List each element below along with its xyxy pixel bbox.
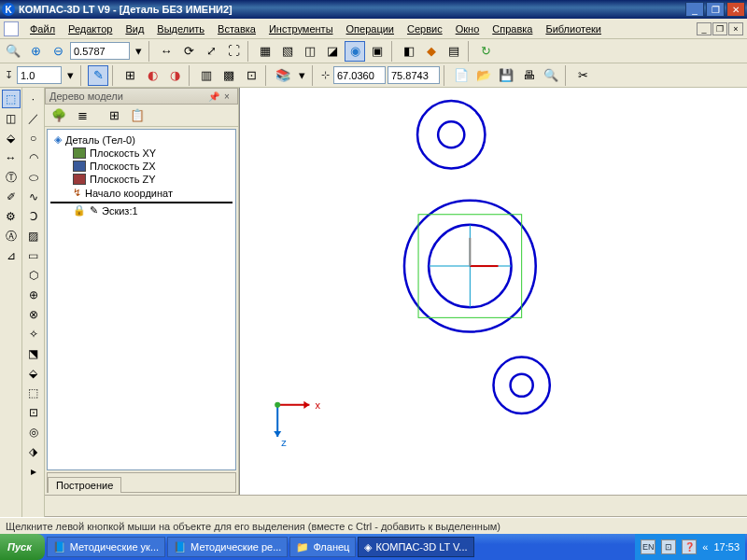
line-icon[interactable]: ／ [24, 109, 43, 128]
perspective-icon[interactable]: ▣ [367, 41, 388, 62]
tree-plane-xy[interactable]: Плоскость XY [50, 147, 233, 160]
zoom-out-icon[interactable]: ⊖ [48, 41, 68, 62]
scale-dropdown-icon[interactable]: ▾ [132, 41, 145, 62]
snap-round-icon[interactable]: ◐ [142, 65, 162, 86]
tool-b13-icon[interactable]: ✧ [24, 325, 43, 343]
mode-c-icon[interactable]: ⊡ [241, 65, 261, 86]
tree-root[interactable]: ◈ Деталь (Тел-0) [50, 133, 233, 147]
tree-btn1-icon[interactable]: 🌳 [49, 105, 69, 126]
zoom-input[interactable] [17, 66, 62, 84]
tray-icon-2[interactable]: ❓ [682, 539, 697, 554]
menu-select[interactable]: Выделить [151, 21, 210, 36]
tool-b18-icon[interactable]: ◎ [24, 423, 43, 441]
tree-btn3-icon[interactable]: ⊞ [104, 105, 124, 126]
menu-service[interactable]: Сервис [402, 21, 448, 36]
mdi-minimize-button[interactable]: _ [697, 22, 712, 35]
curve-icon[interactable]: Ɔ [24, 207, 43, 226]
tool-b19-icon[interactable]: ⬗ [24, 442, 43, 461]
pan-icon[interactable]: ↔ [156, 41, 176, 62]
clock[interactable]: 17:53 [713, 541, 740, 553]
tool-b17-icon[interactable]: ⊡ [24, 403, 43, 422]
rect-icon[interactable]: ▭ [24, 246, 43, 265]
tool-3-icon[interactable]: ⬙ [2, 129, 21, 147]
menu-insert[interactable]: Вставка [212, 21, 261, 36]
lang-indicator[interactable]: EN [641, 539, 655, 554]
view-mode1-icon[interactable]: ◧ [399, 41, 419, 62]
layer-dd-icon[interactable]: ▾ [295, 65, 308, 86]
select-tool-icon[interactable]: ⬚ [2, 90, 21, 108]
arc-icon[interactable]: ◠ [24, 148, 43, 167]
shade2-icon[interactable]: ◪ [322, 41, 343, 62]
shaded-icon[interactable]: ◉ [345, 41, 365, 62]
ellipse-icon[interactable]: ⬭ [24, 168, 43, 187]
panel-titlebar[interactable]: Дерево модели 📌 × [45, 88, 238, 105]
taskbar-item-1[interactable]: 📘Методические ук... [47, 537, 165, 557]
drawing-canvas[interactable]: x z [239, 88, 747, 495]
panel-pin-icon[interactable]: 📌 [207, 90, 220, 103]
refresh-icon[interactable]: ↻ [475, 41, 496, 62]
menu-operations[interactable]: Операции [341, 21, 400, 36]
spline-icon[interactable]: ∿ [24, 188, 43, 206]
print-icon[interactable]: 🖶 [518, 65, 539, 86]
tool-b10-icon[interactable]: ⬡ [24, 266, 43, 285]
tree-btn2-icon[interactable]: ≣ [72, 105, 92, 126]
tool-b11-icon[interactable]: ⊕ [24, 286, 43, 304]
menu-window[interactable]: Окно [450, 21, 486, 36]
taskbar-item-2[interactable]: 📘Методические ре... [167, 537, 288, 557]
shade1-icon[interactable]: ◫ [300, 41, 320, 62]
tree-sketch[interactable]: 🔒✎Эскиз:1 [50, 202, 233, 217]
menu-libraries[interactable]: Библиотеки [540, 21, 607, 36]
restore-button[interactable]: ❐ [706, 2, 725, 17]
menu-help[interactable]: Справка [486, 21, 538, 36]
circle-icon[interactable]: ○ [24, 129, 43, 147]
menu-file[interactable]: Файл [24, 21, 61, 36]
param-tool-icon[interactable]: ⚙ [2, 207, 21, 226]
new-icon[interactable]: 📄 [451, 65, 472, 86]
model-tree[interactable]: ◈ Деталь (Тел-0) Плоскость XY Плоскость … [47, 129, 236, 470]
mdi-close-button[interactable]: × [728, 22, 743, 35]
panel-close-icon[interactable]: × [220, 90, 233, 103]
tray-arrow-icon[interactable]: « [702, 541, 708, 553]
menu-tools[interactable]: Инструменты [263, 21, 339, 36]
open-icon[interactable]: 📂 [473, 65, 494, 86]
point-icon[interactable]: · [24, 90, 43, 108]
preview-icon[interactable]: 🔍 [541, 65, 561, 86]
fit-icon[interactable]: ⛶ [223, 41, 244, 62]
zoom-window-icon[interactable]: 🔍 [3, 41, 23, 62]
tool-b20-icon[interactable]: ▸ [24, 462, 43, 481]
minimize-button[interactable]: _ [685, 2, 704, 17]
tool-b15-icon[interactable]: ⬙ [24, 364, 43, 383]
start-button[interactable]: Пуск [0, 534, 45, 560]
tool-9-icon[interactable]: ⊿ [2, 246, 21, 265]
cut-icon[interactable]: ✂ [572, 65, 593, 86]
grid-icon[interactable]: ⊞ [120, 65, 140, 86]
tray-icon-1[interactable]: ⊡ [661, 539, 676, 554]
system-tray[interactable]: EN ⊡ ❓ « 17:53 [635, 534, 745, 560]
mode-b-icon[interactable]: ▩ [218, 65, 239, 86]
dim-tool-icon[interactable]: ↔ [2, 148, 21, 167]
zoom-in-icon[interactable]: ⊕ [25, 41, 46, 62]
tool-b14-icon[interactable]: ⬔ [24, 344, 43, 363]
menu-editor[interactable]: Редактор [63, 21, 118, 36]
edit-tool-icon[interactable]: ✐ [2, 188, 21, 206]
view-mode2-icon[interactable]: ◆ [421, 41, 442, 62]
menu-view[interactable]: Вид [120, 21, 149, 36]
taskbar-item-3[interactable]: 📁Фланец [289, 537, 356, 557]
view-mode3-icon[interactable]: ▤ [444, 41, 464, 62]
close-button[interactable]: ✕ [726, 2, 745, 17]
snap-icon[interactable]: ◑ [164, 65, 185, 86]
tree-origin[interactable]: ↯Начало координат [50, 186, 233, 200]
layers-icon[interactable]: 📚 [273, 65, 293, 86]
orbit-icon[interactable]: ⤢ [201, 41, 221, 62]
mdi-restore-button[interactable]: ❐ [712, 22, 727, 35]
mode-a-icon[interactable]: ▥ [196, 65, 217, 86]
sketch-mode-icon[interactable]: ✎ [88, 65, 108, 86]
measure-tool-icon[interactable]: Ⓐ [2, 227, 21, 245]
tab-build[interactable]: Построение [48, 477, 121, 493]
taskbar-item-4[interactable]: ◈КОМПАС-3D LT V... [358, 537, 473, 557]
tree-btn4-icon[interactable]: 📋 [127, 105, 148, 126]
zoom-dropdown-icon[interactable]: ▾ [63, 65, 77, 86]
text-tool-icon[interactable]: Ⓣ [2, 168, 21, 187]
save-icon[interactable]: 💾 [496, 65, 516, 86]
tool-2-icon[interactable]: ◫ [2, 109, 21, 128]
